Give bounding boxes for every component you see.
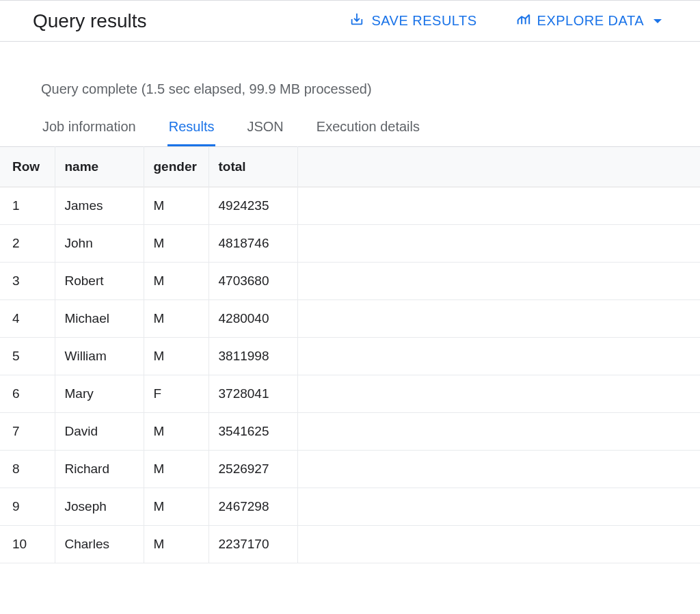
table-row: 2JohnM4818746 <box>0 225 700 263</box>
cell-row: 9 <box>0 488 55 526</box>
column-header-name[interactable]: name <box>55 147 144 187</box>
cell-row: 8 <box>0 451 55 488</box>
tab-job-information[interactable]: Job information <box>41 112 137 146</box>
cell-gender: M <box>144 526 208 563</box>
cell-spacer <box>297 263 700 300</box>
table-row: 5WilliamM3811998 <box>0 338 700 375</box>
cell-spacer <box>297 488 700 526</box>
cell-row: 3 <box>0 263 55 300</box>
column-header-spacer <box>297 147 700 187</box>
cell-row: 6 <box>0 375 55 413</box>
cell-spacer <box>297 187 700 225</box>
table-row: 6MaryF3728041 <box>0 375 700 413</box>
cell-gender: M <box>144 300 208 338</box>
cell-row: 4 <box>0 300 55 338</box>
cell-row: 10 <box>0 526 55 563</box>
cell-gender: M <box>144 488 208 526</box>
cell-spacer <box>297 526 700 563</box>
download-icon <box>349 12 364 30</box>
explore-data-label: EXPLORE DATA <box>537 13 644 29</box>
tab-results[interactable]: Results <box>167 112 216 146</box>
cell-name: David <box>55 413 144 451</box>
cell-name: Michael <box>55 300 144 338</box>
cell-gender: M <box>144 413 208 451</box>
table-row: 8RichardM2526927 <box>0 451 700 488</box>
cell-spacer <box>297 451 700 488</box>
table-row: 9JosephM2467298 <box>0 488 700 526</box>
cell-total: 2237170 <box>208 526 297 563</box>
save-results-button[interactable]: SAVE RESULTS <box>344 9 482 33</box>
cell-name: Robert <box>55 263 144 300</box>
tab-execution-details[interactable]: Execution details <box>315 112 421 146</box>
cell-row: 2 <box>0 225 55 263</box>
cell-name: Mary <box>55 375 144 413</box>
table-row: 10CharlesM2237170 <box>0 526 700 563</box>
tab-json[interactable]: JSON <box>245 112 284 146</box>
cell-gender: M <box>144 263 208 300</box>
cell-gender: M <box>144 338 208 375</box>
cell-name: James <box>55 187 144 225</box>
cell-total: 4703680 <box>208 263 297 300</box>
cell-spacer <box>297 338 700 375</box>
cell-name: Charles <box>55 526 144 563</box>
cell-total: 3541625 <box>208 413 297 451</box>
cell-gender: M <box>144 451 208 488</box>
cell-gender: F <box>144 375 208 413</box>
cell-row: 5 <box>0 338 55 375</box>
column-header-row[interactable]: Row <box>0 147 55 187</box>
column-header-total[interactable]: total <box>208 147 297 187</box>
cell-total: 4818746 <box>208 225 297 263</box>
cell-total: 3728041 <box>208 375 297 413</box>
results-tabs: Job informationResultsJSONExecution deta… <box>0 112 700 146</box>
cell-name: John <box>55 225 144 263</box>
table-row: 4MichaelM4280040 <box>0 300 700 338</box>
cell-spacer <box>297 375 700 413</box>
cell-total: 2467298 <box>208 488 297 526</box>
query-status: Query complete (1.5 sec elapsed, 99.9 MB… <box>0 69 700 112</box>
column-header-gender[interactable]: gender <box>144 147 208 187</box>
cell-spacer <box>297 300 700 338</box>
chevron-down-icon <box>654 19 662 23</box>
results-table: Row name gender total 1JamesM49242352Joh… <box>0 146 700 563</box>
chart-icon <box>515 12 530 30</box>
cell-spacer <box>297 225 700 263</box>
cell-name: William <box>55 338 144 375</box>
save-results-label: SAVE RESULTS <box>371 13 476 29</box>
cell-gender: M <box>144 187 208 225</box>
cell-spacer <box>297 413 700 451</box>
cell-total: 4924235 <box>208 187 297 225</box>
cell-total: 3811998 <box>208 338 297 375</box>
cell-total: 2526927 <box>208 451 297 488</box>
cell-row: 1 <box>0 187 55 225</box>
cell-row: 7 <box>0 413 55 451</box>
cell-total: 4280040 <box>208 300 297 338</box>
explore-data-button[interactable]: EXPLORE DATA <box>510 9 667 33</box>
table-row: 3RobertM4703680 <box>0 263 700 300</box>
cell-gender: M <box>144 225 208 263</box>
page-title: Query results <box>33 10 147 32</box>
table-row: 1JamesM4924235 <box>0 187 700 225</box>
cell-name: Richard <box>55 451 144 488</box>
table-header-row: Row name gender total <box>0 147 700 187</box>
cell-name: Joseph <box>55 488 144 526</box>
results-header: Query results SAVE RESULTS EXPLORE DATA <box>0 0 700 42</box>
table-row: 7DavidM3541625 <box>0 413 700 451</box>
results-content: Query complete (1.5 sec elapsed, 99.9 MB… <box>0 42 700 563</box>
